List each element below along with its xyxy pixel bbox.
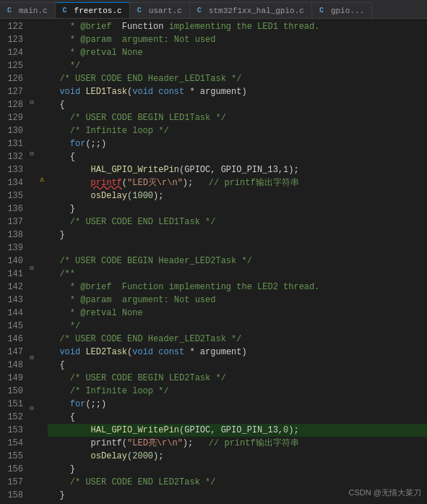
watermark: CSDN @无情大菜刀 [349, 487, 421, 498]
ln-126: 126 [0, 72, 23, 85]
ln-155: 155 [0, 450, 23, 463]
warn-146 [36, 326, 48, 339]
warn-131 [36, 134, 48, 148]
warn-150 [36, 377, 48, 390]
fold-134 [27, 173, 36, 186]
fold-129 [27, 109, 36, 122]
warn-127 [36, 84, 48, 97]
code-area: 122 123 124 125 126 127 128 129 130 131 … [0, 19, 427, 504]
fold-153 [27, 415, 36, 428]
ln-129: 129 [0, 111, 23, 124]
tab-icon-gpio: C [319, 7, 328, 15]
tab-icon-main-c: C [7, 7, 16, 15]
warn-154 [36, 427, 48, 440]
tab-label-freertos-c: freertos.c [74, 7, 122, 15]
fold-147 [27, 338, 36, 351]
tab-label-gpio: gpio... [331, 7, 364, 15]
code-line-125: */ [48, 59, 427, 72]
tab-usart-c[interactable]: C usart.c [130, 2, 190, 18]
fold-123 [27, 33, 36, 46]
warn-141 [36, 262, 48, 276]
tab-stm32-hal[interactable]: C stm32f1xx_hal_gpio.c [190, 2, 312, 18]
warn-136 [36, 199, 48, 212]
tab-main-c[interactable]: C main.c [0, 2, 56, 18]
warn-156 [36, 453, 48, 466]
fold-138 [27, 224, 36, 237]
code-line-132: { [48, 150, 427, 163]
fold-152[interactable]: ⊟ [27, 402, 36, 415]
warn-124 [36, 46, 48, 59]
ln-140: 140 [0, 255, 23, 268]
fold-144 [27, 300, 36, 313]
ln-148: 148 [0, 359, 23, 372]
code-line-134: printf("LED灭\r\n"); // printf输出字符串 [48, 176, 427, 189]
tab-icon-freertos-c: C [63, 7, 72, 15]
code-line-123: * @param argument: Not used [48, 33, 427, 46]
fold-133 [27, 161, 36, 174]
fold-141[interactable]: ⊟ [27, 262, 36, 275]
warn-139 [36, 237, 48, 250]
warn-153 [36, 415, 48, 428]
code-line-151: for(;;) [48, 398, 427, 411]
warn-142 [36, 275, 48, 288]
fold-137 [27, 211, 36, 224]
warn-138 [36, 224, 48, 237]
tab-label-main-c: main.c [19, 7, 48, 15]
warn-134[interactable]: ⚠ [36, 173, 48, 186]
ln-124: 124 [0, 46, 23, 59]
fold-132[interactable]: ⊟ [27, 148, 36, 161]
code-line-140: /* USER CODE BEGIN Header_LED2Task */ [48, 255, 427, 268]
code-line-150: /* Infinite loop */ [48, 385, 427, 398]
tab-gpio[interactable]: C gpio... [312, 2, 372, 18]
code-line-122: * @brief Function implementing the LED1 … [48, 20, 427, 33]
warn-126 [36, 71, 48, 84]
warn-145 [36, 313, 48, 326]
ln-127: 127 [0, 85, 23, 98]
ln-130: 130 [0, 124, 23, 137]
fold-148[interactable]: ⊟ [27, 351, 36, 364]
ln-145: 145 [0, 320, 23, 333]
warn-128 [36, 97, 48, 110]
tab-icon-usart-c: C [137, 7, 146, 15]
code-content: * @brief Function implementing the LED1 … [48, 19, 427, 504]
ln-153: 153 [0, 424, 23, 437]
warn-125 [36, 59, 48, 72]
fold-155 [27, 440, 36, 453]
fold-136 [27, 199, 36, 212]
fold-131 [27, 134, 36, 148]
ln-147: 147 [0, 346, 23, 359]
fold-128[interactable]: ⊟ [27, 96, 36, 109]
code-line-136: } [48, 202, 427, 215]
ln-128: 128 [0, 98, 23, 111]
tab-label-stm32-hal: stm32f1xx_hal_gpio.c [209, 7, 304, 15]
warn-122 [36, 20, 48, 33]
ln-138: 138 [0, 228, 23, 242]
warn-152 [36, 402, 48, 415]
warn-129 [36, 109, 48, 122]
warn-143 [36, 288, 48, 301]
warn-130 [36, 122, 48, 135]
ln-151: 151 [0, 398, 23, 411]
fold-140 [27, 249, 36, 262]
warn-148 [36, 351, 48, 364]
fold-157 [27, 466, 36, 479]
warn-135 [36, 186, 48, 199]
fold-gutter: ⊟ ⊟ ⊟ ⊟ ⊟ [27, 19, 36, 504]
warn-123 [36, 33, 48, 46]
fold-130 [27, 122, 36, 135]
tab-freertos-c[interactable]: C freertos.c [56, 2, 130, 18]
ln-139: 139 [0, 242, 23, 255]
fold-126 [27, 71, 36, 84]
ln-123: 123 [0, 33, 23, 46]
ln-133: 133 [0, 163, 23, 176]
ln-132: 132 [0, 150, 23, 163]
code-line-130: /* Infinite loop */ [48, 124, 427, 137]
code-line-148: { [48, 359, 427, 372]
fold-154 [27, 428, 36, 441]
warn-159 [36, 491, 48, 504]
tab-icon-stm32-hal: C [197, 7, 206, 15]
fold-135 [27, 186, 36, 199]
fold-150 [27, 377, 36, 390]
warn-133 [36, 161, 48, 174]
warn-157 [36, 466, 48, 479]
